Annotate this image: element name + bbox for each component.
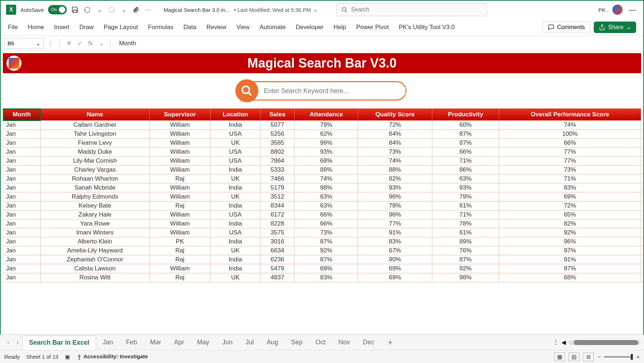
cell[interactable]: 87%: [432, 255, 499, 264]
cell[interactable]: William: [149, 264, 210, 273]
cell[interactable]: 91%: [358, 228, 432, 237]
ribbon-tab-data[interactable]: Data: [183, 24, 196, 31]
table-row[interactable]: JanZephaniah O'ConnorRajIndia623687%90%8…: [3, 255, 641, 264]
cell[interactable]: 71%: [432, 210, 499, 219]
cell[interactable]: 63%: [295, 192, 358, 201]
chevron-down-icon[interactable]: ⌄: [95, 6, 103, 14]
search-keyword-input[interactable]: [258, 87, 405, 95]
sheet-tab-jun[interactable]: Jun: [216, 336, 239, 349]
cell[interactable]: Charley Vargas: [41, 166, 149, 174]
cell[interactable]: 86%: [432, 166, 499, 174]
table-row[interactable]: JanSanah McbrideWilliamIndia517998%93%93…: [3, 183, 641, 192]
zoom-in-icon[interactable]: +: [636, 354, 640, 360]
cell[interactable]: 66%: [295, 210, 358, 219]
cell[interactable]: Jan: [3, 210, 41, 219]
sheet-tab-nov[interactable]: Nov: [332, 336, 356, 349]
cell[interactable]: Raj: [149, 273, 210, 282]
cell[interactable]: 87%: [432, 139, 499, 148]
cell[interactable]: Jan: [3, 201, 41, 210]
cell[interactable]: USA: [211, 130, 260, 139]
cell[interactable]: William: [149, 228, 210, 237]
cell[interactable]: Calista Lawson: [41, 264, 149, 273]
col-header[interactable]: Supervisor: [149, 109, 210, 121]
cell[interactable]: India: [211, 183, 260, 192]
cell[interactable]: 66%: [499, 139, 641, 148]
cell[interactable]: USA: [211, 210, 260, 219]
cell[interactable]: 93%: [295, 148, 358, 157]
fx-icon[interactable]: fx: [86, 40, 94, 47]
cell[interactable]: Jan: [3, 130, 41, 139]
cell[interactable]: Jan: [3, 157, 41, 166]
cell[interactable]: 63%: [295, 201, 358, 210]
sheet-tab-mar[interactable]: Mar: [144, 336, 168, 349]
cell[interactable]: 83%: [295, 273, 358, 282]
sheet-tab-apr[interactable]: Apr: [168, 336, 191, 349]
cell[interactable]: 79%: [295, 121, 358, 130]
cell[interactable]: Jan: [3, 219, 41, 228]
cell[interactable]: 79%: [432, 192, 499, 201]
cell[interactable]: 60%: [432, 121, 499, 130]
sheet-tab-may[interactable]: May: [191, 336, 216, 349]
horizontal-scrollbar[interactable]: [569, 340, 640, 345]
table-row[interactable]: JanAmelia-Lily HaywardRajUK663492%67%76%…: [3, 246, 641, 255]
ribbon-tab-formulas[interactable]: Formulas: [148, 24, 173, 31]
ribbon-tab-file[interactable]: File: [8, 24, 18, 31]
cell[interactable]: Jan: [3, 255, 41, 264]
cell[interactable]: 7466: [260, 174, 295, 183]
cell[interactable]: Zakary Hale: [41, 210, 149, 219]
cell[interactable]: 6634: [260, 246, 295, 255]
cell[interactable]: 93%: [432, 183, 499, 192]
cell[interactable]: William: [149, 121, 210, 130]
cell[interactable]: Zephaniah O'Connor: [41, 255, 149, 264]
sheet-options-icon[interactable]: ⋮: [553, 339, 559, 346]
cell[interactable]: Yara Rowe: [41, 219, 149, 228]
ribbon-tab-help[interactable]: Help: [334, 24, 346, 31]
col-header[interactable]: Location: [211, 109, 260, 121]
cell[interactable]: Alberto Klein: [41, 237, 149, 246]
cell[interactable]: 5179: [260, 183, 295, 192]
cell[interactable]: 84%: [358, 139, 432, 148]
cell[interactable]: 77%: [499, 148, 641, 157]
table-row[interactable]: JanCharley VargasWilliamIndia533389%88%8…: [3, 166, 641, 174]
global-search-input[interactable]: [351, 6, 483, 13]
cell[interactable]: Raj: [149, 255, 210, 264]
cell[interactable]: Callam Gardner: [41, 121, 149, 130]
user-block[interactable]: PK .: [598, 4, 623, 15]
col-header[interactable]: Productivity: [432, 109, 499, 121]
table-row[interactable]: JanRosina WittRajUK483783%69%98%68%: [3, 273, 641, 282]
cell[interactable]: Jan: [3, 121, 41, 130]
accessibility-status[interactable]: Accessibility: Investigate: [76, 353, 148, 360]
cell[interactable]: William: [149, 183, 210, 192]
cell[interactable]: 77%: [499, 157, 641, 166]
ribbon-tab-review[interactable]: Review: [206, 24, 226, 31]
table-row[interactable]: JanCalista LawsonWilliamIndia547969%69%9…: [3, 264, 641, 273]
cell[interactable]: 89%: [295, 166, 358, 174]
cell[interactable]: 3575: [260, 228, 295, 237]
cell[interactable]: 5479: [260, 264, 295, 273]
cell[interactable]: 66%: [432, 148, 499, 157]
cell[interactable]: UK: [211, 139, 260, 148]
cell[interactable]: 65%: [499, 210, 641, 219]
cell[interactable]: 63%: [432, 174, 499, 183]
cell[interactable]: 5333: [260, 166, 295, 174]
table-row[interactable]: JanRalphy EdmondsWilliamUK351263%96%79%6…: [3, 192, 641, 201]
cell[interactable]: 88%: [358, 166, 432, 174]
cell[interactable]: 76%: [432, 246, 499, 255]
cell[interactable]: 8344: [260, 201, 295, 210]
ribbon-tab-page-layout[interactable]: Page Layout: [104, 24, 138, 31]
table-row[interactable]: JanCallam GardnerWilliamIndia507779%72%6…: [3, 121, 641, 130]
cell[interactable]: 5077: [260, 121, 295, 130]
cell[interactable]: Fearne Levy: [41, 139, 149, 148]
cell[interactable]: 100%: [499, 130, 641, 139]
cell[interactable]: 72%: [499, 201, 641, 210]
cell[interactable]: Ralphy Edmonds: [41, 192, 149, 201]
col-header[interactable]: Sales: [260, 109, 295, 121]
cancel-icon[interactable]: ✕: [65, 40, 73, 47]
cell[interactable]: 87%: [432, 130, 499, 139]
cell[interactable]: UK: [211, 174, 260, 183]
table-row[interactable]: JanImani WintersWilliamUSA357573%91%61%9…: [3, 228, 641, 237]
cell[interactable]: 89%: [432, 237, 499, 246]
cell[interactable]: UK: [211, 273, 260, 282]
cell[interactable]: USA: [211, 157, 260, 166]
more-icon[interactable]: ⋮: [47, 40, 55, 47]
